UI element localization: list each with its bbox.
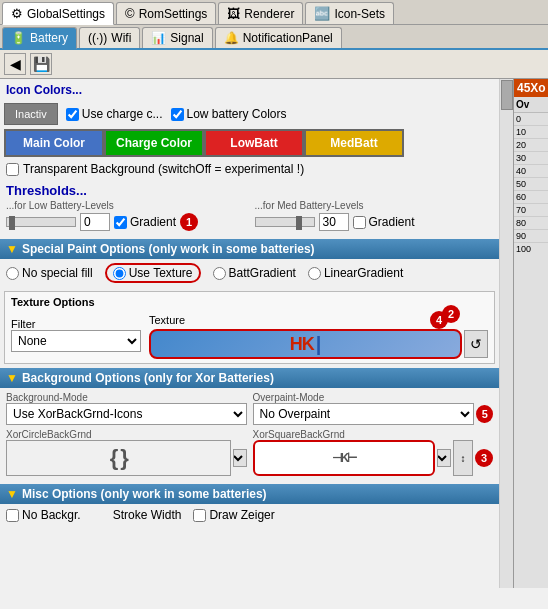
xor-square-select[interactable]: ▼ <box>437 449 451 467</box>
num-60: 60 <box>514 191 548 204</box>
tab-wifi[interactable]: ((·)) Wifi <box>79 27 140 48</box>
overpaint-select[interactable]: No Overpaint <box>253 403 475 425</box>
scrollbar[interactable] <box>499 79 513 588</box>
low-value-input[interactable] <box>80 213 110 231</box>
tab-global-settings[interactable]: ⚙ GlobalSettings <box>2 2 114 25</box>
med-value-input[interactable] <box>319 213 349 231</box>
medbatt-button[interactable]: MedBatt <box>304 129 404 157</box>
thresholds-title: Thresholds... <box>6 183 493 198</box>
tab-battery-label: Battery <box>30 31 68 45</box>
save-button[interactable]: 💾 <box>30 53 52 75</box>
tab-renderer[interactable]: 🖼 Renderer <box>218 2 303 24</box>
tab-notification-panel[interactable]: 🔔 NotificationPanel <box>215 27 342 48</box>
bg-mode-row: Background-Mode Use XorBackGrnd-Icons Ov… <box>6 392 493 425</box>
overpaint-group: Overpaint-Mode No Overpaint 5 <box>253 392 494 425</box>
triangle-icon: ▼ <box>6 242 18 256</box>
inactiv-row: Inactiv Use charge c... Low battery Colo… <box>0 101 499 127</box>
icon-colors-header: Icon Colors... <box>0 79 499 101</box>
right-panel: 45 Xo Ov 0 10 20 30 40 50 60 70 80 90 10… <box>513 79 548 588</box>
med-gradient-text: Gradient <box>369 215 415 229</box>
draw-zeiger-checkbox[interactable] <box>193 509 206 522</box>
med-battery-subtitle: ...for Med Battery-Levels <box>255 200 494 211</box>
misc-triangle-icon: ▼ <box>6 487 18 501</box>
paint-radio-row: No special fill Use Texture BattGradient <box>6 263 493 283</box>
batt-gradient-label[interactable]: BattGradient <box>213 266 296 280</box>
use-charge-checkbox-label[interactable]: Use charge c... <box>66 107 163 121</box>
num-10: 10 <box>514 126 548 139</box>
med-slider[interactable] <box>255 217 315 227</box>
xor-row: XorCircleBackGrnd { } ▼ Xo <box>6 429 493 476</box>
batt-gradient-radio[interactable] <box>213 267 226 280</box>
no-special-fill-label[interactable]: No special fill <box>6 266 93 280</box>
icon-sets-icon: 🔤 <box>314 6 330 21</box>
tab-icon-sets[interactable]: 🔤 Icon-Sets <box>305 2 394 24</box>
special-paint-section-bar: ▼ Special Paint Options (only work in so… <box>0 239 499 259</box>
no-bg-text: No Backgr. <box>22 508 81 522</box>
no-bg-checkbox[interactable] <box>6 509 19 522</box>
texture-label: Texture <box>149 314 185 326</box>
med-gradient-checkbox[interactable] <box>353 216 366 229</box>
stroke-width-text: Stroke Width <box>113 508 182 522</box>
tab-signal[interactable]: 📊 Signal <box>142 27 212 48</box>
transparent-bg-checkbox[interactable] <box>6 163 19 176</box>
xor-circle-select[interactable]: ▼ <box>233 449 247 467</box>
rom-icon: © <box>125 6 135 21</box>
low-slider-thumb[interactable] <box>9 216 15 230</box>
low-battery-checkbox-label[interactable]: Low battery Colors <box>171 107 287 121</box>
num-20: 20 <box>514 139 548 152</box>
tab-wifi-label: Wifi <box>111 31 131 45</box>
tab-renderer-label: Renderer <box>244 7 294 21</box>
use-texture-radio[interactable] <box>113 267 126 280</box>
low-gradient-checkbox[interactable] <box>114 216 127 229</box>
hk-square-icon: ⊣K⊢ <box>332 451 355 465</box>
resize-button[interactable]: ↕ <box>453 440 473 476</box>
thresholds-section: Thresholds... ...for Low Battery-Levels <box>0 179 499 235</box>
special-paint-title: Special Paint Options (only work in some… <box>22 242 315 256</box>
low-gradient-label[interactable]: Gradient <box>114 215 176 229</box>
tab-battery[interactable]: 🔋 Battery <box>2 27 77 49</box>
tab-signal-label: Signal <box>170 31 203 45</box>
xo-label: Xo <box>530 81 545 95</box>
xor-square-group: XorSquareBackGrnd ⊣K⊢ ▼ ↕ 3 <box>253 429 494 476</box>
med-gradient-label[interactable]: Gradient <box>353 215 415 229</box>
low-battery-subtitle: ...for Low Battery-Levels <box>6 200 245 211</box>
num-40: 40 <box>514 165 548 178</box>
scrollbar-thumb[interactable] <box>501 80 513 110</box>
no-special-fill-radio[interactable] <box>6 267 19 280</box>
refresh-button[interactable]: ↺ <box>464 330 488 358</box>
transparent-bg-row: Transparent Background (switchOff = expe… <box>0 159 499 179</box>
lowbatt-button[interactable]: LowBatt <box>204 129 304 157</box>
bg-mode-label: Background-Mode <box>6 392 247 403</box>
tab-notification-panel-label: NotificationPanel <box>243 31 333 45</box>
linear-gradient-label[interactable]: LinearGradient <box>308 266 403 280</box>
bg-options: Background-Mode Use XorBackGrnd-Icons Ov… <box>0 388 499 480</box>
bg-mode-select[interactable]: Use XorBackGrnd-Icons <box>6 403 247 425</box>
med-slider-thumb[interactable] <box>296 216 302 230</box>
use-texture-label[interactable]: Use Texture <box>105 263 201 283</box>
top-tab-bar: ⚙ GlobalSettings © RomSettings 🖼 Rendere… <box>0 0 548 25</box>
back-button[interactable]: ◀ <box>4 53 26 75</box>
draw-zeiger-label[interactable]: Draw Zeiger <box>193 508 274 522</box>
main-area: Icon Colors... Inactiv Use charge c... L… <box>0 79 548 588</box>
linear-gradient-radio[interactable] <box>308 267 321 280</box>
charge-color-button[interactable]: Charge Color <box>104 129 204 157</box>
tab-icon-sets-label: Icon-Sets <box>334 7 385 21</box>
wifi-icon: ((·)) <box>88 31 107 45</box>
inactiv-button[interactable]: Inactiv <box>4 103 58 125</box>
filter-select[interactable]: None <box>11 330 141 352</box>
low-slider[interactable] <box>6 217 76 227</box>
batt-gradient-text: BattGradient <box>229 266 296 280</box>
paint-options: No special fill Use Texture BattGradient <box>0 259 499 287</box>
xor-square-preview: ⊣K⊢ <box>253 440 436 476</box>
no-bg-label[interactable]: No Backgr. <box>6 508 81 522</box>
num-30: 30 <box>514 152 548 165</box>
num-90: 90 <box>514 230 548 243</box>
low-battery-checkbox[interactable] <box>171 108 184 121</box>
badge-1: 1 <box>180 213 198 231</box>
texture-preview: HK | <box>149 329 462 359</box>
main-color-button[interactable]: Main Color <box>4 129 104 157</box>
tab-rom-settings[interactable]: © RomSettings <box>116 2 216 24</box>
use-charge-checkbox[interactable] <box>66 108 79 121</box>
settings-icon: ⚙ <box>11 6 23 21</box>
xor-circle-group: XorCircleBackGrnd { } ▼ <box>6 429 247 476</box>
